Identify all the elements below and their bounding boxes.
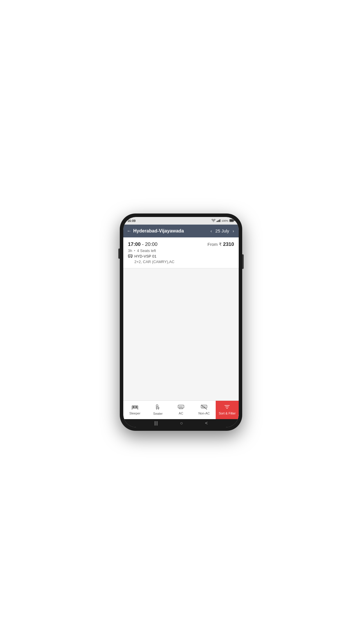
svg-rect-15 (135, 406, 137, 408)
svg-rect-6 (234, 220, 235, 221)
svg-rect-14 (133, 406, 135, 408)
wifi-icon (212, 219, 215, 223)
home-indicator: ||| ○ < (123, 419, 239, 427)
back-nav-button[interactable]: < (205, 421, 208, 426)
arrival-time: 20:00 (145, 242, 158, 247)
time-separator: - (142, 242, 145, 247)
bus-type: 2+2, CAR (CAMRY),AC (128, 260, 234, 264)
svg-point-11 (131, 257, 132, 258)
trip-duration: 3h (128, 249, 132, 253)
recent-apps-button[interactable]: ||| (154, 421, 158, 426)
ac-label: AC (179, 412, 183, 415)
svg-rect-18 (156, 405, 158, 407)
selected-date: 25 July (215, 228, 229, 233)
sleeper-icon (132, 405, 138, 411)
app-header: ← Hyderabad-Vijayawada ‹ 25 July › (123, 225, 239, 237)
bus-list-content: 17:00 - 20:00 From ₹ 2310 3h • 4 Seats l… (123, 237, 239, 400)
svg-line-36 (201, 405, 207, 410)
price-label: From ₹ (208, 242, 222, 247)
bottom-navigation: Sleeper Seater (123, 400, 239, 419)
date-navigation: ‹ 25 July › (209, 228, 235, 234)
dot-separator: • (134, 249, 135, 253)
svg-rect-23 (178, 405, 184, 408)
departure-time: 17:00 (128, 242, 140, 247)
svg-point-10 (129, 257, 129, 258)
route-title: Hyderabad-Vijayawada (133, 228, 184, 234)
seater-label: Seater (153, 412, 163, 415)
signal-icon (217, 219, 220, 223)
non-ac-label: Non-AC (198, 412, 210, 415)
nav-item-seater[interactable]: Seater (146, 401, 169, 419)
svg-rect-8 (129, 255, 130, 256)
status-bar: 16:09 (123, 217, 239, 225)
seater-icon (155, 404, 161, 411)
nav-item-non-ac[interactable]: Non-AC (193, 401, 216, 419)
nav-item-sort-filter[interactable]: Sort & Filter (216, 401, 239, 419)
svg-line-28 (179, 408, 180, 409)
sleeper-label: Sleeper (129, 412, 140, 415)
seats-left: 4 Seats left (137, 249, 156, 253)
bus-number: HYD-VSP 01 (134, 254, 157, 258)
svg-rect-19 (156, 407, 159, 409)
sort-filter-icon (224, 405, 230, 411)
svg-rect-0 (217, 221, 217, 222)
bus-price-container: From ₹ 2310 (208, 242, 234, 247)
next-date-button[interactable]: › (231, 228, 235, 234)
bus-time-range: 17:00 - 20:00 (128, 242, 157, 247)
svg-line-30 (182, 408, 183, 409)
svg-rect-5 (230, 219, 233, 221)
battery-percentage: 100% (222, 219, 228, 222)
svg-rect-9 (131, 255, 132, 256)
nav-item-ac[interactable]: AC (169, 401, 192, 419)
prev-date-button[interactable]: ‹ (209, 228, 213, 234)
non-ac-icon (201, 405, 207, 411)
svg-rect-3 (219, 219, 220, 222)
ac-icon (178, 405, 184, 411)
nav-item-sleeper[interactable]: Sleeper (123, 401, 146, 419)
price-value: 2310 (223, 242, 234, 247)
sort-filter-label: Sort & Filter (219, 412, 236, 415)
bus-card[interactable]: 17:00 - 20:00 From ₹ 2310 3h • 4 Seats l… (123, 237, 239, 268)
home-button[interactable]: ○ (180, 421, 183, 426)
svg-rect-2 (219, 220, 219, 222)
status-time: 16:09 (127, 219, 136, 223)
status-icons: 100% (212, 219, 235, 223)
bus-icon (128, 254, 133, 259)
svg-rect-1 (217, 220, 218, 222)
battery-icon (229, 219, 235, 223)
back-button[interactable]: ← (127, 228, 131, 234)
